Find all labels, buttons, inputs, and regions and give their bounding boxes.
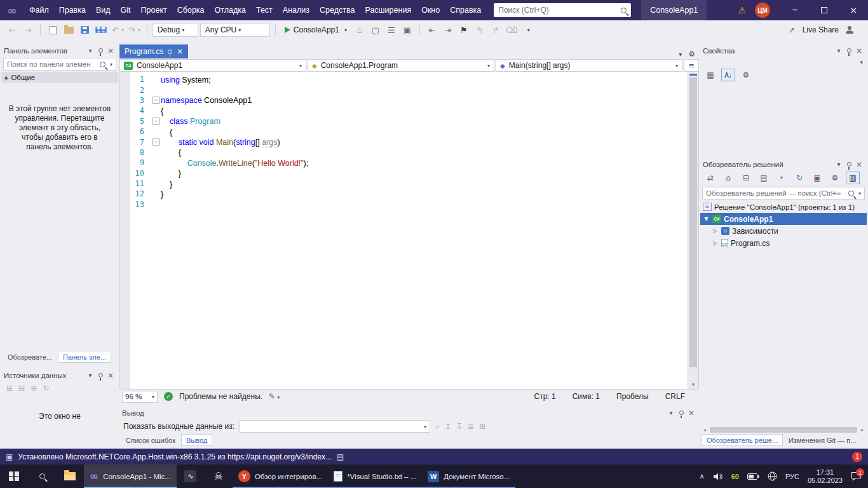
minimize-button[interactable]: ─ [780,0,810,20]
properties-icon[interactable]: ⚙ [828,172,842,184]
taskbar-app-browser[interactable]: Y Обзор интегриров... [233,464,328,488]
quick-search-input[interactable]: Поиск (Ctrl+Q) [494,3,631,17]
tree-row-program-cs[interactable]: ▷ C# Program.cs [700,237,867,249]
menu-item[interactable]: Сборка [172,0,210,20]
notification-badge[interactable]: 1 [852,452,862,462]
menu-item[interactable]: Вид [91,0,116,20]
edit-suggestions-icon[interactable]: ✎▾ [269,392,280,401]
platform-combo[interactable]: Any CPU ▾ [200,23,270,37]
preview-window-icon[interactable]: ▢ [369,22,383,37]
indent-increase-icon[interactable]: ⇥ [441,22,455,37]
clear-bookmarks-icon[interactable]: ⌫ [505,22,519,37]
solution-search-input[interactable]: Обозреватель решений — поиск (Ctrl+» ▾ [702,187,865,200]
sync-with-active-document-icon[interactable]: ⇄ [703,172,717,184]
start-debugging-button[interactable]: ConsoleApp1 ▾ [281,22,351,37]
pin-tab-icon[interactable] [168,50,172,54]
code-line[interactable]: 7− static void Main(string[] args) [120,137,688,147]
zoom-combo[interactable]: 96 % ▾ [122,391,158,403]
code-line[interactable]: 12} [120,189,688,199]
code-line[interactable]: 1using System; [120,74,688,85]
window-menu-icon[interactable]: ▾ [834,47,844,54]
close-icon[interactable]: × [105,46,116,55]
tab-program-cs[interactable]: Program.cs × [119,44,188,58]
action-center-button[interactable]: 1 [851,471,862,481]
taskbar-app-visual-studio[interactable]: ∞ ConsoleApp1 - Mic... [84,464,177,488]
toolbar-options-icon[interactable]: ▾ [520,22,534,37]
scroll-left-icon[interactable]: ◂ [700,427,709,433]
collapsed-arrow-icon[interactable]: ▷ [712,228,719,234]
new-file-icon[interactable] [46,22,60,37]
taskbar-game1-button[interactable]: ∿ [177,464,205,488]
taskbar-app-word[interactable]: W Документ Microso... [422,464,515,488]
home-icon[interactable]: ⌂ [721,172,735,184]
close-icon[interactable]: × [854,46,864,55]
tab-server-explorer[interactable]: Обозревате... [3,351,57,363]
file-explorer-button[interactable] [56,464,84,488]
code-line[interactable]: 6 { [120,126,688,137]
code-line[interactable]: 2 [120,85,688,95]
code-line[interactable]: 5− class Program [120,116,688,126]
clear-output-icon[interactable]: ≣ [468,422,474,431]
toolbox-header[interactable]: Панель элементов ▾ × [1,44,118,57]
scrollbar-thumb[interactable] [689,78,697,367]
volume-icon[interactable] [713,472,723,481]
bookmark-icon[interactable]: ⚑ [457,22,471,37]
navigate-back-icon[interactable]: ← [5,22,19,37]
menu-item[interactable]: Правка [54,0,91,20]
save-icon[interactable] [78,22,92,37]
tray-expand-icon[interactable]: ∧ [700,472,705,480]
save-all-icon[interactable] [93,22,109,37]
next-message-icon[interactable]: ↧ [456,422,463,431]
taskbar-app-notepad[interactable]: *Visual Studio.txt – ... [328,464,422,488]
nest-files-icon[interactable]: ▣ [810,172,824,184]
close-icon[interactable]: × [686,409,696,417]
code-line[interactable]: 4{ [120,105,688,116]
window-menu-icon[interactable]: ▾ [85,47,95,54]
language-indicator[interactable]: РУС [785,473,799,480]
menu-item[interactable]: Расширения [360,0,416,20]
refresh-data-source-icon[interactable]: ↻ [43,384,49,393]
battery-icon[interactable] [747,473,759,480]
scroll-down-icon[interactable]: ▾ [688,381,698,388]
hot-reload-icon[interactable]: ♨ [353,22,367,37]
toolbox-category-general[interactable]: ▲ Общие [1,72,118,83]
line-structure-icon[interactable]: ☰ [384,22,398,37]
pin-icon[interactable] [95,47,105,54]
code-line[interactable]: 11 } [120,179,688,189]
avatar[interactable]: ЦМ [755,3,770,18]
battery-percent-text[interactable]: 60 [731,473,739,480]
code-line[interactable]: 9 Console.WriteLine("Hello World!"); [120,158,688,168]
code-line[interactable]: 8 { [120,147,688,158]
clock[interactable]: 17:31 05.02.2023 [808,468,843,485]
refresh-icon[interactable]: ↻ [792,172,806,184]
menu-item[interactable]: Файл [24,0,54,20]
categorized-view-icon[interactable]: ▦ [703,69,717,81]
property-pages-icon[interactable]: ⚙ [739,69,753,81]
collapse-all-icon[interactable]: ⊟ [739,172,753,184]
window-menu-icon[interactable]: ▾ [666,409,676,416]
menu-item[interactable]: Окно [416,0,445,20]
close-icon[interactable]: × [105,371,116,380]
pin-icon[interactable] [844,47,854,54]
live-share-button[interactable]: Live Share [803,25,839,34]
properties-header[interactable]: Свойства ▾ × [700,44,867,57]
open-file-icon[interactable] [62,22,76,37]
window-menu-icon[interactable]: ▾ [85,372,95,379]
menu-item[interactable]: Тест [251,0,278,20]
previous-bookmark-icon[interactable]: ↰ [473,22,487,37]
toolbox-search-input[interactable]: Поиск по панели элемен ▾ [3,58,116,71]
indent-mode[interactable]: Пробелы [616,392,649,401]
network-icon[interactable] [768,471,777,481]
output-header[interactable]: Вывод ▾ × [119,407,699,419]
taskbar-search-button[interactable] [28,464,56,488]
tab-output[interactable]: Вывод [181,434,212,446]
toggle-word-wrap-icon[interactable]: ⊞ [479,422,485,431]
document-list-icon[interactable]: ▾ [679,51,682,58]
new-window-icon[interactable]: ▣ [400,22,414,37]
code-editor[interactable]: 1using System;23−namespace ConsoleApp14{… [119,72,699,390]
code-line[interactable]: 13 [120,200,688,210]
find-message-icon[interactable]: ⌕ [435,422,440,431]
tab-git-changes[interactable]: Изменения Git — п... [783,434,861,446]
close-window-button[interactable]: × [839,0,868,20]
scrollbar-thumb[interactable] [710,427,857,433]
